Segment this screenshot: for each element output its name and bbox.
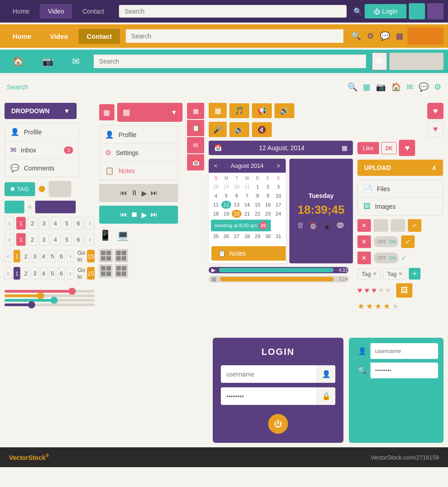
cal-day-28-prev[interactable]: 28 [211,183,221,191]
images-item[interactable]: 🖼 Images [358,198,443,215]
menu1-inbox[interactable]: ✉ Inbox 3 [5,141,78,159]
cal-day-1[interactable]: 1 [252,183,262,191]
slider-thumb-4[interactable] [28,301,35,308]
cal-day-25[interactable]: 25 [211,232,221,240]
dropdown-button-2[interactable]: ▦ ▼ [117,103,183,122]
heart-filled-sq[interactable]: ♥ [427,103,443,119]
page-1-2[interactable]: 2 [27,217,37,230]
page-1-4[interactable]: 4 [50,217,60,230]
tag-chip-2[interactable]: Tag ✕ [383,268,407,280]
slider-track-1[interactable] [5,290,95,293]
camera-icon-4[interactable]: 📷 [376,82,386,92]
cal-day-12[interactable]: 12 [221,201,231,209]
nav1-video[interactable]: Video [40,4,72,18]
teal-square-btn[interactable] [409,3,425,19]
menu2-settings[interactable]: ⚙ Settings [100,144,178,162]
mic-icon-row[interactable]: 🎤 [209,122,227,137]
page-4-2[interactable]: 2 [22,267,29,280]
music-btn[interactable]: 🎵 [229,103,249,118]
page-next-3[interactable]: › [67,250,74,262]
fforward-btn-1[interactable]: ⏭ [151,189,158,197]
notes-button[interactable]: 📋 Notes [211,246,286,261]
rewind-btn-2[interactable]: ⏮ [120,211,127,219]
megaphone-btn[interactable]: 📢 [252,103,272,118]
slider-thumb-3[interactable] [50,297,58,304]
login2-password-input[interactable] [370,363,438,377]
page-prev-4[interactable]: ‹ [5,267,12,280]
page-3-1[interactable]: 1 [14,250,21,262]
strip-item-3[interactable]: ✉ [187,137,204,153]
cal-day-14[interactable]: 14 [242,201,252,209]
grid-audio-icon[interactable]: ▦ [209,103,227,118]
page-2-5[interactable]: 5 [62,233,72,246]
star-2[interactable]: ★ [366,301,373,311]
cal-day-27[interactable]: 27 [232,232,242,240]
mute-btn[interactable]: 🔇 [252,122,272,137]
search-input-2[interactable] [126,29,343,43]
home-icon-nav3[interactable]: 🏠 [5,52,32,70]
page-2-1[interactable]: 1 [16,233,26,246]
search-btn-2[interactable]: 🔍 [349,29,363,43]
cal-day-7[interactable]: 7 [242,192,252,200]
menu1-profile[interactable]: 👤 Profile [5,123,78,141]
gear-icon-4[interactable]: ⚙ [434,82,441,92]
cal-day-23[interactable]: 23 [263,210,273,218]
strip-item-2[interactable]: 📋 [187,120,204,136]
cal-day-10[interactable]: 10 [274,192,283,200]
nav2-contact[interactable]: Contact [78,29,120,44]
page-1-5[interactable]: 5 [62,217,72,230]
camera-icon-nav3[interactable]: 📷 [34,52,62,70]
login-password-input[interactable] [221,388,317,404]
cal-day-26[interactable]: 26 [221,232,231,240]
cal-day-21[interactable]: 21 [242,210,252,218]
menu2-notes[interactable]: 📋 Notes [100,162,178,180]
toggle-track-2[interactable]: OFF ON [374,253,398,263]
nav2-home[interactable]: Home [5,29,40,44]
grid-icon-4[interactable]: ▦ [363,82,370,92]
x-button-2[interactable]: ✕ [357,235,371,248]
toggle-track-1[interactable]: OFF ON [374,236,398,247]
stop-btn-2[interactable]: ⏹ [131,211,138,219]
page-4-6[interactable]: 6 [58,267,65,280]
tag-chip-1-close[interactable]: ✕ [373,271,377,277]
goto-num-4[interactable]: 15 [87,267,95,280]
media-control-gray[interactable]: ⏮ ⏸ ▶ ⏭ [99,184,178,202]
mail-icon-4[interactable]: ✉ [407,82,413,92]
cal-day-31-prev[interactable]: 31 [242,183,252,191]
cal-day-16[interactable]: 16 [263,201,273,209]
login-submit-button[interactable]: ⏻ [268,414,288,434]
cal-day-31[interactable]: 31 [274,232,283,240]
heart-4[interactable]: ♥ [379,286,384,295]
files-item[interactable]: 📄 Files [358,180,443,198]
page-next-2[interactable]: › [85,233,95,246]
cal-day-22[interactable]: 22 [252,210,262,218]
purple-square-btn[interactable] [427,3,443,19]
search-input-3[interactable] [94,55,366,68]
cal-day-8[interactable]: 8 [252,192,262,200]
grid-icon-prog2[interactable]: ▦ [211,276,216,282]
page-2-4[interactable]: 4 [50,233,60,246]
cal-next[interactable]: > [277,162,280,169]
slider-track-3[interactable] [5,299,95,302]
cal-day-29[interactable]: 29 [252,232,262,240]
cal-day-20[interactable]: 20 [232,210,242,218]
image-icon-rating[interactable]: 🖼 [396,283,412,298]
gear-btn-3[interactable]: ⚙ [372,52,387,70]
play-btn-1[interactable]: ▶ [142,189,147,198]
page-3-6[interactable]: 6 [58,250,65,262]
dropdown-button-1[interactable]: DROPDOWN ▼ [5,103,77,119]
star-1[interactable]: ★ [357,301,365,311]
heart-1[interactable]: ♥ [357,286,362,295]
cal-day-15[interactable]: 15 [252,201,262,209]
star-3[interactable]: ★ [375,301,382,311]
slider-track-4[interactable] [5,303,95,306]
clock-alarm-icon[interactable]: ⏰ [309,221,318,230]
cal-day-30-prev[interactable]: 30 [232,183,242,191]
page-prev-3[interactable]: ‹ [5,250,12,262]
fforward-btn-2[interactable]: ⏭ [151,211,158,219]
cal-day-4[interactable]: 4 [211,192,221,200]
cal-day-29-prev[interactable]: 29 [221,183,231,191]
page-prev-1[interactable]: ‹ [5,217,14,230]
cal-day-24[interactable]: 24 [274,210,283,218]
slider-thumb-1[interactable] [69,288,76,295]
